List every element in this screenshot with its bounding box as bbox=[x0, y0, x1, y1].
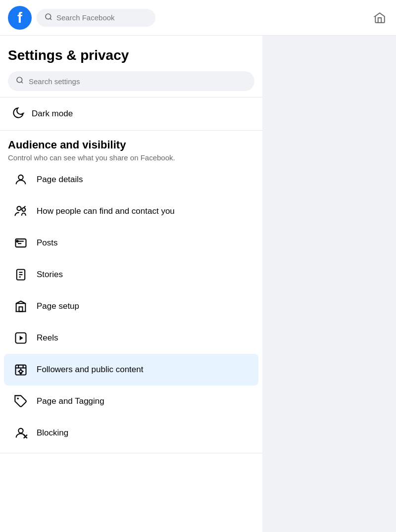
svg-line-7 bbox=[24, 206, 26, 208]
sidebar-item-page-tagging[interactable]: Page and Tagging bbox=[4, 386, 258, 417]
page-tagging-icon bbox=[12, 392, 30, 410]
blocking-label: Blocking bbox=[37, 428, 68, 438]
audience-heading: Audience and visibility bbox=[8, 139, 254, 151]
sidebar-item-followers-public[interactable]: Followers and public content bbox=[4, 354, 258, 386]
divider-3 bbox=[0, 453, 262, 453]
sidebar-item-blocking[interactable]: Blocking bbox=[4, 417, 258, 449]
page-title: Settings & privacy bbox=[0, 44, 262, 69]
page-details-label: Page details bbox=[37, 175, 83, 185]
how-people-find-icon bbox=[12, 202, 30, 220]
posts-label: Posts bbox=[37, 238, 58, 248]
audience-section-heading: Audience and visibility Control who can … bbox=[0, 133, 262, 164]
facebook-logo: f bbox=[8, 6, 32, 30]
stories-icon bbox=[12, 266, 30, 284]
audience-description: Control who can see what you share on Fa… bbox=[8, 153, 254, 162]
settings-search-container[interactable] bbox=[8, 71, 254, 91]
dark-mode-icon bbox=[12, 106, 25, 121]
divider-2 bbox=[0, 130, 262, 131]
sidebar: Settings & privacy Dark mode bbox=[0, 36, 262, 532]
page-details-icon bbox=[12, 171, 30, 189]
nav-left: f bbox=[8, 6, 155, 30]
stories-label: Stories bbox=[37, 270, 63, 280]
svg-point-24 bbox=[19, 370, 22, 373]
followers-public-label: Followers and public content bbox=[37, 365, 143, 375]
svg-point-6 bbox=[22, 208, 25, 211]
top-nav: f bbox=[0, 0, 396, 36]
divider-1 bbox=[0, 97, 262, 97]
page-setup-icon bbox=[12, 297, 30, 315]
svg-point-28 bbox=[17, 397, 19, 399]
svg-point-5 bbox=[17, 206, 21, 210]
svg-rect-17 bbox=[19, 307, 23, 311]
main-layout: Settings & privacy Dark mode bbox=[0, 36, 396, 532]
page-tagging-label: Page and Tagging bbox=[37, 396, 104, 406]
svg-point-11 bbox=[16, 241, 18, 242]
svg-point-4 bbox=[18, 175, 23, 180]
posts-icon bbox=[12, 234, 30, 252]
how-people-find-label: How people can find and contact you bbox=[37, 206, 175, 216]
svg-point-0 bbox=[46, 14, 51, 19]
dark-mode-label: Dark mode bbox=[32, 109, 73, 119]
sidebar-item-posts[interactable]: Posts bbox=[4, 227, 258, 259]
svg-line-3 bbox=[21, 82, 23, 83]
search-bar-container[interactable] bbox=[37, 9, 155, 27]
page-setup-label: Page setup bbox=[37, 301, 79, 311]
dark-mode-item[interactable]: Dark mode bbox=[4, 99, 258, 128]
svg-line-1 bbox=[50, 18, 51, 20]
sidebar-item-page-setup[interactable]: Page setup bbox=[4, 290, 258, 322]
home-button[interactable] bbox=[371, 9, 388, 26]
followers-public-icon bbox=[12, 361, 30, 379]
right-panel bbox=[262, 36, 396, 532]
svg-marker-19 bbox=[20, 336, 23, 340]
search-icon-settings bbox=[16, 76, 24, 86]
sidebar-item-how-people-find[interactable]: How people can find and contact you bbox=[4, 195, 258, 227]
sidebar-item-stories[interactable]: Stories bbox=[4, 259, 258, 290]
sidebar-item-page-details[interactable]: Page details bbox=[4, 164, 258, 195]
search-input[interactable] bbox=[56, 13, 148, 22]
sidebar-item-reels[interactable]: Reels bbox=[4, 322, 258, 354]
reels-icon bbox=[12, 329, 30, 347]
svg-point-2 bbox=[17, 77, 22, 83]
settings-search-input[interactable] bbox=[29, 77, 247, 86]
blocking-icon bbox=[12, 424, 30, 442]
reels-label: Reels bbox=[37, 333, 58, 343]
svg-point-29 bbox=[18, 429, 23, 433]
search-icon bbox=[45, 13, 52, 23]
